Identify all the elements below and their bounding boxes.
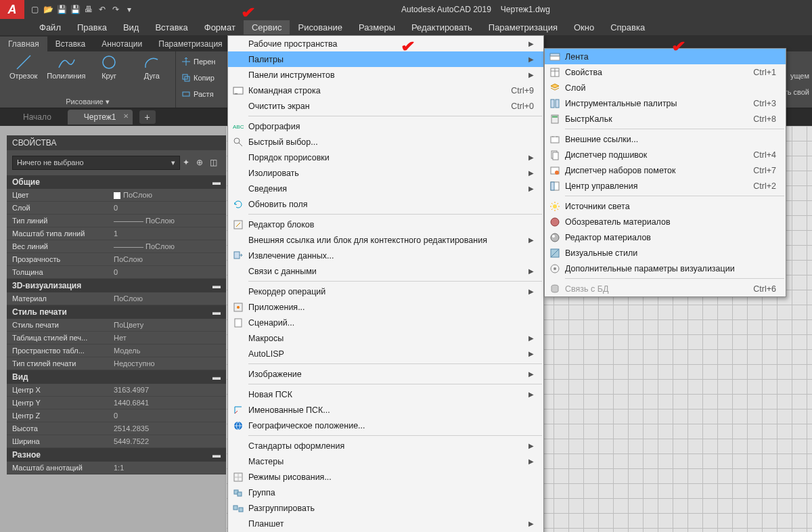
menu-insert[interactable]: Вставка [147, 20, 196, 35]
menu-item[interactable]: Быстрый выбор... [228, 134, 543, 150]
saveas-icon[interactable]: 💾 [69, 3, 81, 16]
doctab-drawing1[interactable]: Чертеж1✕ [68, 110, 133, 125]
props-row[interactable]: Центр X3163.4997 [7, 384, 226, 397]
ribbon-tab-insert[interactable]: Вставка [47, 37, 94, 51]
menu-parametric[interactable]: Параметризация [480, 20, 566, 35]
menu-item[interactable]: Географическое положение... [228, 418, 543, 433]
open-icon[interactable]: 📂 [42, 3, 54, 16]
menu-item[interactable]: Планшет▶ [228, 516, 543, 531]
menu-item[interactable]: Диспетчер подшивокCtrl+4 [545, 147, 786, 162]
tool-move[interactable]: Перен [181, 54, 231, 69]
quickselect-icon[interactable]: ✦ [183, 158, 194, 169]
menu-draw[interactable]: Рисование [290, 20, 350, 35]
menu-item[interactable]: Панели инструментов▶ [228, 67, 543, 83]
plot-icon[interactable]: 🖶 [83, 3, 95, 16]
app-logo[interactable]: A [0, 0, 24, 19]
menu-item[interactable]: _Командная строкаCtrl+9 [228, 83, 543, 98]
tool-arc[interactable]: Дуга [135, 53, 168, 80]
save-icon[interactable]: 💾 [55, 3, 68, 16]
doctab-start[interactable]: Начало [7, 110, 68, 125]
props-row[interactable]: Слой0 [7, 202, 226, 215]
menu-item[interactable]: Связи с данными▶ [228, 263, 543, 279]
menu-item[interactable]: Связь с БДCtrl+6 [545, 281, 786, 296]
tool-polyline[interactable]: Полилиния [50, 53, 83, 80]
props-row[interactable]: Высота2514.2835 [7, 422, 226, 435]
props-row[interactable]: ЦветПоСлою [7, 189, 226, 202]
menu-item[interactable]: Стандарты оформления▶ [228, 438, 543, 453]
props-row[interactable]: МатериалПоСлою [7, 292, 226, 305]
menu-item[interactable]: Режимы рисования... [228, 469, 543, 485]
tool-stretch[interactable]: Растя [181, 87, 231, 102]
menu-item[interactable]: Лента [545, 49, 786, 64]
menu-item[interactable]: Слой [545, 80, 786, 95]
pickadd-icon[interactable]: ⊕ [196, 158, 207, 169]
new-icon[interactable]: ▢ [28, 3, 41, 16]
menu-help[interactable]: Справка [602, 20, 653, 35]
props-row[interactable]: ПрозрачностьПоСлою [7, 253, 226, 266]
menu-item[interactable]: СвойстваCtrl+1 [545, 64, 786, 80]
menu-item[interactable]: Центр управленияCtrl+2 [545, 178, 786, 194]
ribbon-tab-parametric[interactable]: Параметризация [150, 37, 230, 51]
undo-icon[interactable]: ↶ [96, 3, 108, 16]
menu-item[interactable]: Разгруппировать [228, 500, 543, 516]
menu-item[interactable]: Макросы▶ [228, 330, 543, 346]
menu-item[interactable]: Изолировать▶ [228, 165, 543, 181]
menu-item[interactable]: Изображение▶ [228, 366, 543, 382]
menu-item[interactable]: Редактор материалов [545, 229, 786, 245]
menu-view[interactable]: Вид [115, 20, 148, 35]
menu-item[interactable]: Рекордер операций▶ [228, 284, 543, 299]
props-group-header[interactable]: 3D-визуализация▬ [7, 279, 226, 292]
menu-item[interactable]: Рабочие пространства▶ [228, 36, 543, 51]
ribbon-tab-home[interactable]: Главная [0, 37, 47, 51]
menu-item[interactable]: БыстрКалькCtrl+8 [545, 111, 786, 127]
menu-item[interactable]: Диспетчер наборов пометокCtrl+7 [545, 162, 786, 178]
tool-copy[interactable]: Копир [181, 70, 231, 85]
ribbon-panel-draw-title[interactable]: Рисование ▾ [5, 96, 170, 108]
menu-item[interactable]: Визуальные стили [545, 245, 786, 261]
menu-item[interactable]: Извлечение данных... [228, 248, 543, 263]
menu-item[interactable]: Внешняя ссылка или блок для контекстного… [228, 232, 543, 248]
props-row[interactable]: Центр Y1440.6841 [7, 397, 226, 409]
props-row[interactable]: Вес линий———— ПоСлою [7, 240, 226, 253]
props-row[interactable]: Тип линий———— ПоСлою [7, 215, 226, 227]
doctab-add[interactable]: + [139, 110, 156, 124]
menu-item[interactable]: Порядок прорисовки▶ [228, 150, 543, 165]
menu-window[interactable]: Окно [566, 20, 602, 35]
menu-item[interactable]: Группа [228, 485, 543, 500]
menu-file[interactable]: Файл [31, 20, 69, 35]
menu-item[interactable]: Именованные ПСК... [228, 402, 543, 418]
menu-item[interactable]: Очистить экранCtrl+0 [228, 98, 543, 114]
props-row[interactable]: Толщина0 [7, 266, 226, 279]
menu-item[interactable]: Обозреватель материалов [545, 214, 786, 229]
selection-combo[interactable]: Ничего не выбрано▾ [12, 156, 180, 170]
menu-item[interactable]: Дополнительные параметры визуализации [545, 261, 786, 276]
menu-item[interactable]: Инструментальные палитрыCtrl+3 [545, 95, 786, 111]
tool-circle[interactable]: Круг [93, 53, 125, 80]
tool-line[interactable]: Отрезок [7, 53, 40, 80]
menu-item[interactable]: Палитры▶ [228, 51, 543, 67]
close-icon[interactable]: ✕ [123, 112, 129, 120]
props-group-header[interactable]: Разное▬ [7, 448, 226, 462]
props-row[interactable]: Таблица стилей печ...Нет [7, 332, 226, 345]
props-group-header[interactable]: Вид▬ [7, 370, 226, 384]
menu-dimension[interactable]: Размеры [351, 20, 403, 35]
menu-item[interactable]: ABCОрфография [228, 118, 543, 134]
menu-edit[interactable]: Правка [69, 20, 115, 35]
props-row[interactable]: Пространство табл...Модель [7, 345, 226, 357]
menu-item[interactable]: Сценарий... [228, 315, 543, 330]
redo-icon[interactable]: ↷ [110, 3, 122, 16]
props-group-header[interactable]: Общие▬ [7, 175, 226, 189]
props-row[interactable]: Тип стилей печатиНедоступно [7, 357, 226, 370]
menu-item[interactable]: AutoLISP▶ [228, 346, 543, 361]
menu-format[interactable]: Формат [196, 20, 244, 35]
ribbon-tab-annotate[interactable]: Аннотации [93, 37, 150, 51]
selectobj-icon[interactable]: ◫ [210, 158, 221, 169]
menu-item[interactable]: Обновить поля [228, 196, 543, 212]
props-row[interactable]: Ширина5449.7522 [7, 435, 226, 448]
props-row[interactable]: Стиль печатиПоЦвету [7, 319, 226, 332]
props-row[interactable]: Масштаб аннотаций1:1 [7, 462, 226, 474]
menu-tools[interactable]: Сервис [244, 20, 290, 35]
props-row[interactable]: Центр Z0 [7, 409, 226, 422]
menu-modify[interactable]: Редактировать [403, 20, 480, 35]
menu-item[interactable]: Приложения... [228, 299, 543, 315]
